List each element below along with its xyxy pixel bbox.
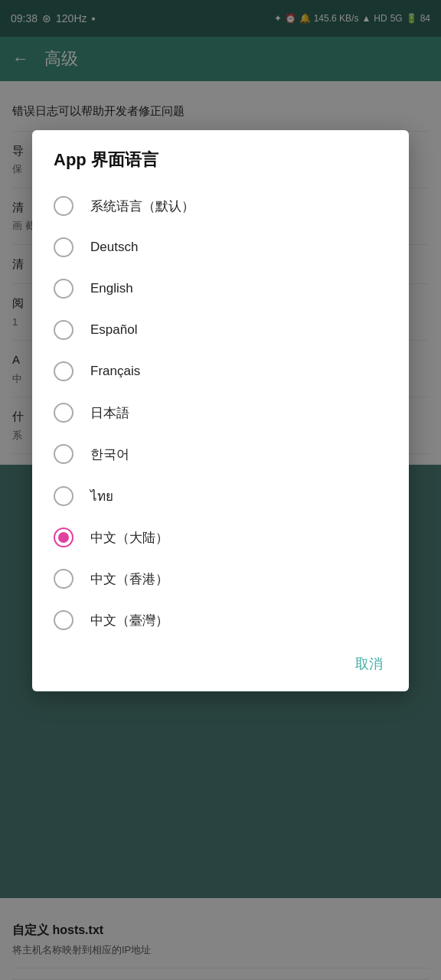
option-english-label: English (90, 281, 133, 296)
language-options: 系统语言（默认） Deutsch English Español Françai… (32, 185, 409, 641)
option-thai-label: ไทย (90, 485, 113, 506)
radio-espanol (54, 320, 74, 340)
option-korean[interactable]: 한국어 (32, 433, 409, 475)
radio-deutsch (54, 237, 74, 257)
radio-korean (54, 444, 74, 464)
option-espanol-label: Español (90, 322, 137, 338)
option-francais-label: Français (90, 364, 140, 379)
option-japanese-label: 日本語 (90, 404, 129, 422)
option-japanese[interactable]: 日本語 (32, 392, 409, 433)
radio-zh-hk (54, 569, 74, 589)
option-thai[interactable]: ไทย (32, 475, 409, 517)
option-zh-hk-label: 中文（香港） (90, 570, 168, 588)
option-english[interactable]: English (32, 268, 409, 309)
radio-japanese (54, 403, 74, 423)
option-zh-cn-label: 中文（大陆） (90, 529, 168, 547)
language-dialog: App 界面语言 系统语言（默认） Deutsch English Españo… (32, 130, 409, 691)
option-korean-label: 한국어 (90, 446, 129, 463)
radio-francais (54, 361, 74, 381)
option-francais[interactable]: Français (32, 351, 409, 392)
radio-zh-tw (54, 610, 74, 630)
option-system-label: 系统语言（默认） (90, 198, 194, 215)
option-espanol[interactable]: Español (32, 309, 409, 351)
option-system[interactable]: 系统语言（默认） (32, 185, 409, 227)
option-zh-tw[interactable]: 中文（臺灣） (32, 599, 409, 641)
radio-thai (54, 486, 74, 506)
dialog-footer: 取消 (32, 641, 409, 691)
cancel-button[interactable]: 取消 (348, 650, 390, 678)
option-deutsch[interactable]: Deutsch (32, 227, 409, 268)
option-zh-hk[interactable]: 中文（香港） (32, 558, 409, 599)
radio-zh-cn (54, 528, 74, 547)
option-zh-cn[interactable]: 中文（大陆） (32, 517, 409, 558)
option-deutsch-label: Deutsch (90, 240, 138, 255)
option-zh-tw-label: 中文（臺灣） (90, 612, 168, 629)
dialog-title: App 界面语言 (32, 149, 409, 185)
radio-system (54, 196, 74, 216)
radio-english (54, 279, 74, 299)
